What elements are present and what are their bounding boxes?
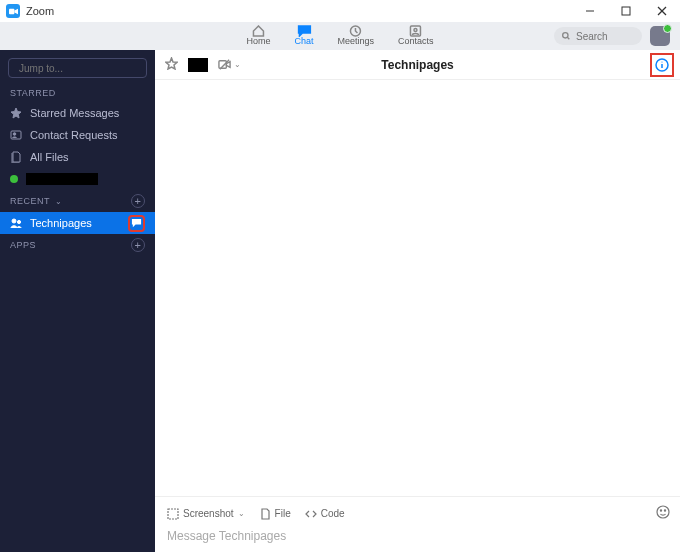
sidebar-item-label: Starred Messages: [30, 107, 119, 119]
channel-chat-button[interactable]: [128, 215, 145, 232]
info-icon: [655, 58, 669, 72]
jump-to-box[interactable]: [8, 58, 147, 78]
star-channel-button[interactable]: [165, 57, 178, 73]
compose-code-button[interactable]: Code: [305, 508, 345, 520]
chat-header: ⌄ Technipages: [155, 50, 680, 80]
sidebar-item-technipages[interactable]: Technipages: [0, 212, 155, 234]
zoom-app-icon: [6, 4, 20, 18]
search-box[interactable]: [554, 27, 642, 45]
svg-point-13: [17, 220, 20, 223]
chat-panel: ⌄ Technipages Screenshot ⌄ File: [155, 50, 680, 552]
chat-title: Technipages: [381, 58, 453, 72]
svg-point-22: [664, 510, 665, 511]
svg-point-7: [414, 29, 417, 32]
svg-point-12: [12, 219, 16, 223]
chevron-down-icon: ⌄: [55, 197, 63, 206]
tab-home-label: Home: [246, 37, 270, 47]
section-label-apps: Apps: [10, 240, 36, 250]
compose-code-label: Code: [321, 508, 345, 519]
redacted-self-name: [26, 173, 98, 185]
tab-contacts-label: Contacts: [398, 37, 434, 47]
section-header-starred[interactable]: Starred: [0, 84, 155, 102]
chevron-down-icon: ⌄: [234, 60, 241, 69]
tab-home[interactable]: Home: [246, 25, 270, 47]
window-title: Zoom: [26, 5, 54, 17]
user-avatar[interactable]: [650, 26, 670, 46]
tab-chat[interactable]: Chat: [294, 25, 313, 47]
window-maximize-button[interactable]: [608, 0, 644, 22]
tab-meetings[interactable]: Meetings: [337, 25, 374, 47]
start-video-button[interactable]: ⌄: [218, 58, 241, 71]
svg-point-20: [657, 506, 669, 518]
svg-line-9: [567, 37, 569, 39]
sidebar-item-label: Technipages: [30, 217, 92, 229]
svg-rect-19: [168, 509, 178, 519]
tab-meetings-label: Meetings: [337, 37, 374, 47]
svg-point-21: [660, 510, 661, 511]
svg-point-11: [13, 133, 16, 136]
sidebar-item-label: Contact Requests: [30, 129, 117, 141]
tab-chat-label: Chat: [294, 37, 313, 47]
file-icon: [259, 508, 271, 520]
add-recent-button[interactable]: +: [131, 194, 145, 208]
main-toolbar: Home Chat Meetings Contacts: [0, 22, 680, 50]
svg-rect-2: [622, 7, 630, 15]
emoji-icon: [656, 505, 670, 519]
sidebar-item-all-files[interactable]: All Files: [0, 146, 155, 168]
svg-rect-0: [9, 8, 14, 13]
svg-point-8: [563, 33, 568, 38]
section-header-recent[interactable]: Recent ⌄ +: [0, 190, 155, 212]
window-close-button[interactable]: [644, 0, 680, 22]
compose-screenshot-label: Screenshot: [183, 508, 234, 519]
screenshot-icon: [167, 508, 179, 520]
jump-to-input[interactable]: [17, 62, 138, 75]
compose-file-button[interactable]: File: [259, 508, 291, 520]
section-label-starred: Starred: [10, 88, 56, 98]
code-icon: [305, 508, 317, 520]
files-icon: [10, 151, 22, 163]
compose-emoji-button[interactable]: [656, 505, 670, 522]
tab-contacts[interactable]: Contacts: [398, 25, 434, 47]
add-app-button[interactable]: +: [131, 238, 145, 252]
sidebar-item-contact-requests[interactable]: Contact Requests: [0, 124, 155, 146]
sidebar: Starred Starred Messages Contact Request…: [0, 50, 155, 552]
compose-screenshot-button[interactable]: Screenshot ⌄: [167, 508, 245, 520]
redacted-channel-avatar: [188, 58, 208, 72]
window-minimize-button[interactable]: [572, 0, 608, 22]
channel-info-button[interactable]: [650, 53, 674, 77]
chat-compose-area: Screenshot ⌄ File Code: [155, 496, 680, 552]
section-label-recent: Recent: [10, 196, 50, 206]
sidebar-item-label: All Files: [30, 151, 69, 163]
nav-tabs: Home Chat Meetings Contacts: [246, 22, 433, 50]
sidebar-item-self[interactable]: [0, 168, 155, 190]
chat-messages-area[interactable]: [155, 80, 680, 496]
presence-online-icon: [10, 175, 18, 183]
star-icon: [10, 107, 22, 119]
sidebar-item-starred-messages[interactable]: Starred Messages: [0, 102, 155, 124]
window-titlebar: Zoom: [0, 0, 680, 22]
chevron-down-icon: ⌄: [238, 509, 245, 518]
svg-point-18: [661, 61, 662, 62]
contact-request-icon: [10, 129, 22, 141]
group-icon: [10, 217, 22, 229]
compose-file-label: File: [275, 508, 291, 519]
search-input[interactable]: [574, 30, 634, 43]
search-icon: [562, 31, 570, 41]
compose-message-input[interactable]: [165, 528, 670, 544]
section-header-apps[interactable]: Apps +: [0, 234, 155, 256]
